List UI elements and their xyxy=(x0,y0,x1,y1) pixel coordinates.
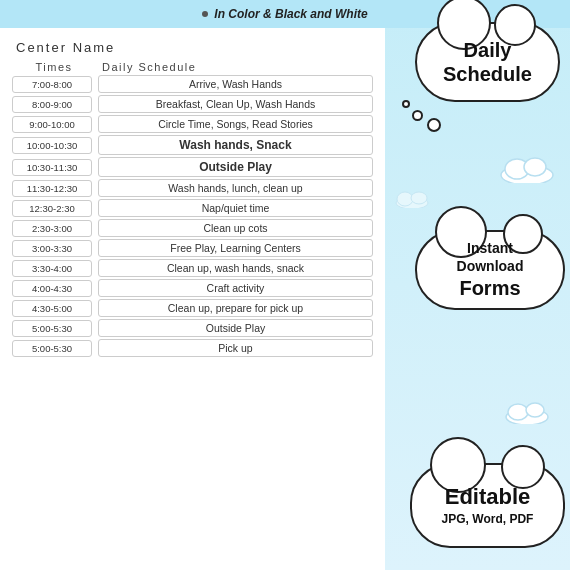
time-cell: 10:00-10:30 xyxy=(12,137,92,154)
schedule-container: Times Daily Schedule 7:00-8:00Arrive, Wa… xyxy=(12,61,373,357)
time-cell: 12:30-2:30 xyxy=(12,200,92,217)
activity-cell: Craft activity xyxy=(98,279,373,297)
time-cell: 8:00-9:00 xyxy=(12,96,92,113)
time-cell: 9:00-10:00 xyxy=(12,116,92,133)
svg-point-4 xyxy=(508,404,528,420)
schedule-row: 3:00-3:30Free Play, Learning Centers xyxy=(12,239,373,257)
banner-dot-left xyxy=(202,11,208,17)
activity-cell: Circle Time, Songs, Read Stories xyxy=(98,115,373,133)
schedule-row: 11:30-12:30Wash hands, lunch, clean up xyxy=(12,179,373,197)
times-label: Times xyxy=(14,61,94,73)
activity-cell: Clean up cots xyxy=(98,219,373,237)
schedule-row: 3:30-4:00Clean up, wash hands, snack xyxy=(12,259,373,277)
svg-point-2 xyxy=(524,158,546,176)
cloud-instant: Instant Download Forms xyxy=(415,230,565,310)
schedule-row: 2:30-3:00Clean up cots xyxy=(12,219,373,237)
decorative-cloud-2 xyxy=(505,400,550,428)
time-cell: 5:00-5:30 xyxy=(12,320,92,337)
schedule-row: 12:30-2:30Nap/quiet time xyxy=(12,199,373,217)
activity-cell: Nap/quiet time xyxy=(98,199,373,217)
schedule-row: 4:00-4:30Craft activity xyxy=(12,279,373,297)
activity-cell: Wash hands, lunch, clean up xyxy=(98,179,373,197)
schedule-row: 7:00-8:00Arrive, Wash Hands xyxy=(12,75,373,93)
activity-cell: Arrive, Wash Hands xyxy=(98,75,373,93)
schedule-header: Times Daily Schedule xyxy=(12,61,373,73)
activity-cell: Outside Play xyxy=(98,157,373,177)
decorative-cloud-3 xyxy=(395,190,430,212)
schedule-row: 8:00-9:00Breakfast, Clean Up, Wash Hands xyxy=(12,95,373,113)
schedule-rows: 7:00-8:00Arrive, Wash Hands8:00-9:00Brea… xyxy=(12,75,373,357)
cloud-daily-text: Daily Schedule xyxy=(443,38,532,86)
cloud-instant-text: Instant Download Forms xyxy=(457,239,524,301)
cloud-editable-text: Editable JPG, Word, PDF xyxy=(442,483,534,527)
time-cell: 10:30-11:30 xyxy=(12,159,92,176)
banner-text: In Color & Black and White xyxy=(214,7,367,21)
activity-cell: Wash hands, Snack xyxy=(98,135,373,155)
time-cell: 4:00-4:30 xyxy=(12,280,92,297)
center-name: Center Name xyxy=(12,40,373,55)
time-cell: 11:30-12:30 xyxy=(12,180,92,197)
svg-point-8 xyxy=(411,192,427,204)
time-cell: 3:00-3:30 xyxy=(12,240,92,257)
time-cell: 3:30-4:00 xyxy=(12,260,92,277)
schedule-row: 4:30-5:00Clean up, prepare for pick up xyxy=(12,299,373,317)
schedule-row: 10:00-10:30Wash hands, Snack xyxy=(12,135,373,155)
schedule-row: 5:00-5:30Outside Play xyxy=(12,319,373,337)
activity-cell: Breakfast, Clean Up, Wash Hands xyxy=(98,95,373,113)
cloud-daily: Daily Schedule xyxy=(415,22,560,102)
time-cell: 5:00-5:30 xyxy=(12,340,92,357)
time-cell: 7:00-8:00 xyxy=(12,76,92,93)
schedule-row: 5:00-5:30Pick up xyxy=(12,339,373,357)
activity-cell: Clean up, prepare for pick up xyxy=(98,299,373,317)
activity-cell: Outside Play xyxy=(98,319,373,337)
activity-cell: Free Play, Learning Centers xyxy=(98,239,373,257)
schedule-main-label: Daily Schedule xyxy=(102,61,196,73)
decorative-cloud-1 xyxy=(500,155,555,187)
activity-cell: Pick up xyxy=(98,339,373,357)
time-cell: 2:30-3:00 xyxy=(12,220,92,237)
left-panel: Center Name Times Daily Schedule 7:00-8:… xyxy=(0,0,385,570)
time-cell: 4:30-5:00 xyxy=(12,300,92,317)
svg-point-5 xyxy=(526,403,544,417)
schedule-row: 10:30-11:30Outside Play xyxy=(12,157,373,177)
schedule-row: 9:00-10:00Circle Time, Songs, Read Stori… xyxy=(12,115,373,133)
cloud-editable: Editable JPG, Word, PDF xyxy=(410,463,565,548)
activity-cell: Clean up, wash hands, snack xyxy=(98,259,373,277)
